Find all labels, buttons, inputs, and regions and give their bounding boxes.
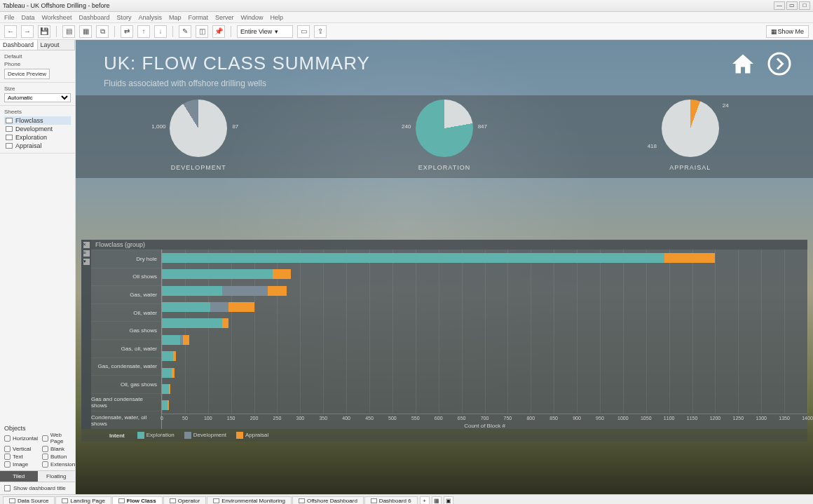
bar-segment[interactable]: [172, 368, 174, 378]
tab-offshore-dashboard[interactable]: Offshore Dashboard: [292, 496, 364, 504]
bar-segment[interactable]: [169, 384, 170, 394]
tab-layout[interactable]: Layout: [38, 40, 76, 50]
zone-close-button[interactable]: ×: [83, 242, 90, 248]
zone-handle[interactable]: ≡: [83, 250, 90, 257]
menu-story[interactable]: Story: [116, 14, 131, 21]
pie-appraisal[interactable]: 418 24 APPRAISAL: [662, 100, 719, 171]
pie-development[interactable]: 1,000 87 DEVELOPMENT: [170, 100, 227, 171]
share-button[interactable]: ⇪: [314, 25, 327, 38]
menu-help[interactable]: Help: [271, 14, 284, 21]
bar-segment[interactable]: [162, 286, 222, 296]
bar-row[interactable]: [162, 335, 807, 345]
tab-landing-page[interactable]: Landing Page: [55, 496, 111, 504]
bar-segment[interactable]: [162, 318, 222, 328]
floating-button[interactable]: Floating: [38, 471, 76, 482]
bar-row[interactable]: [162, 286, 807, 296]
zone-menu-button[interactable]: ▾: [83, 259, 90, 265]
menu-data[interactable]: Data: [22, 14, 35, 21]
menu-server[interactable]: Server: [215, 14, 234, 21]
bar-segment[interactable]: [222, 286, 268, 296]
fit-selector[interactable]: Entire View ▾: [237, 25, 293, 38]
window-minimize-button[interactable]: —: [774, 1, 785, 10]
bar-segment[interactable]: [162, 368, 172, 378]
bar-row[interactable]: [162, 351, 807, 361]
object-vertical[interactable]: Vertical: [4, 446, 38, 452]
window-maximize-button[interactable]: ▭: [786, 1, 798, 10]
back-button[interactable]: ←: [4, 25, 17, 38]
bar-row[interactable]: [162, 384, 807, 394]
bar-segment[interactable]: [162, 351, 173, 361]
bar-row[interactable]: [162, 269, 807, 279]
tab-dashboard[interactable]: Dashboard: [0, 40, 38, 50]
device-preview-button[interactable]: Device Preview: [4, 69, 50, 79]
bar-row[interactable]: [162, 302, 807, 312]
presentation-button[interactable]: ▭: [297, 25, 310, 38]
sheet-item-exploration[interactable]: Exploration: [4, 133, 71, 142]
bar-segment[interactable]: [162, 400, 168, 410]
bar-segment[interactable]: [273, 269, 291, 279]
home-button[interactable]: [729, 50, 757, 78]
menu-analysis[interactable]: Analysis: [138, 14, 162, 21]
menu-worksheet[interactable]: Worksheet: [42, 14, 72, 21]
new-datasource-button[interactable]: ▤: [62, 25, 75, 38]
window-close-button[interactable]: □: [799, 1, 810, 10]
size-select[interactable]: Automatic: [4, 93, 71, 102]
pin-button[interactable]: 📌: [212, 25, 225, 38]
duplicate-button[interactable]: ⧉: [96, 25, 109, 38]
swap-button[interactable]: ⇄: [121, 25, 133, 38]
bar-segment[interactable]: [183, 335, 190, 345]
sheet-item-development[interactable]: Development: [4, 125, 71, 133]
legend-item-exploration[interactable]: Exploration: [137, 432, 175, 439]
object-image[interactable]: Image: [4, 461, 38, 468]
object-text[interactable]: Text: [4, 454, 38, 460]
object-button[interactable]: Button: [42, 454, 75, 460]
highlight-button[interactable]: ✎: [179, 25, 191, 38]
object-horizontal[interactable]: Horizontal: [4, 432, 38, 444]
new-worksheet-button[interactable]: ▦: [79, 25, 92, 38]
new-story-tab-button[interactable]: ▣: [444, 496, 453, 505]
bar-segment[interactable]: [222, 318, 229, 328]
new-worksheet-tab-button[interactable]: +: [420, 496, 430, 505]
show-title-checkbox[interactable]: [4, 485, 11, 491]
sheet-item-flowclass[interactable]: Flowclass: [4, 116, 71, 125]
sort-desc-button[interactable]: ↓: [154, 25, 167, 38]
pie-exploration[interactable]: 240 847 EXPLORATION: [416, 100, 473, 171]
object-webpage[interactable]: Web Page: [42, 432, 75, 444]
bar-segment[interactable]: [268, 286, 286, 296]
group-button[interactable]: ◫: [196, 25, 208, 38]
object-extension[interactable]: Extension: [42, 461, 75, 468]
bar-segment[interactable]: [162, 335, 180, 345]
bar-segment[interactable]: [664, 253, 715, 263]
sort-asc-button[interactable]: ↑: [137, 25, 150, 38]
next-button[interactable]: [765, 50, 793, 78]
menu-window[interactable]: Window: [241, 14, 264, 21]
bar-segment[interactable]: [168, 400, 169, 410]
object-blank[interactable]: Blank: [42, 446, 75, 452]
legend-item-appraisal[interactable]: Appraisal: [236, 432, 268, 439]
bar-row[interactable]: [162, 318, 807, 328]
bar-segment[interactable]: [228, 302, 254, 312]
bar-row[interactable]: [162, 368, 807, 378]
menu-map[interactable]: Map: [169, 14, 182, 21]
bar-chart-container[interactable]: × ≡ ▾ Flowclass (group) Dry holeOil show…: [81, 240, 807, 429]
forward-button[interactable]: →: [21, 25, 34, 38]
bar-segment[interactable]: [162, 384, 169, 394]
bar-row[interactable]: [162, 400, 807, 410]
tab-flow-class[interactable]: Flow Class: [112, 496, 163, 504]
tab-operator[interactable]: Operator: [163, 496, 207, 504]
bar-segment[interactable]: [210, 302, 228, 312]
tab-dashboard-6[interactable]: Dashboard 6: [364, 496, 418, 504]
save-button[interactable]: 💾: [38, 25, 50, 38]
bar-segment[interactable]: [173, 351, 175, 361]
legend-item-development[interactable]: Development: [184, 432, 226, 439]
menu-dashboard[interactable]: Dashboard: [78, 14, 109, 21]
tab-env-monitoring[interactable]: Environmental Monitoring: [207, 496, 292, 504]
bar-row[interactable]: [162, 253, 807, 263]
menu-format[interactable]: Format: [188, 14, 208, 21]
bar-segment[interactable]: [162, 269, 273, 279]
tiled-button[interactable]: Tiled: [0, 471, 38, 482]
show-me-button[interactable]: ▦ Show Me: [766, 25, 809, 38]
new-dashboard-tab-button[interactable]: ▦: [432, 496, 442, 505]
bar-segment[interactable]: [162, 302, 210, 312]
bar-segment[interactable]: [162, 253, 664, 263]
